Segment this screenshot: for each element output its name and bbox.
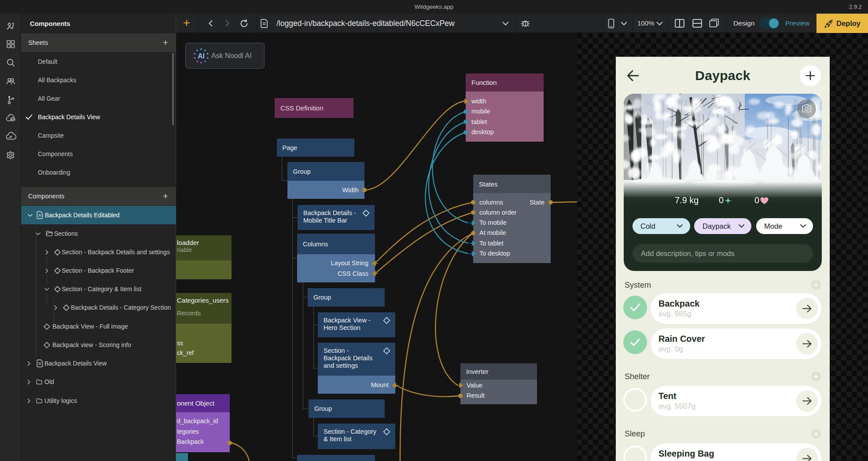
svg-text:AI: AI [198, 52, 205, 60]
